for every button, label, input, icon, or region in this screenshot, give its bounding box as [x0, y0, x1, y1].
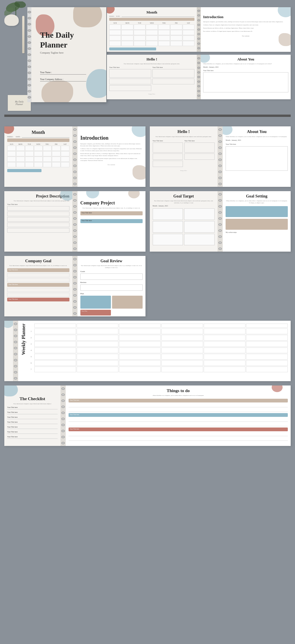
review-box — [80, 284, 143, 291]
cover-fields: Your Name : Your Company Address : — [40, 71, 86, 85]
weekly-head-5 — [204, 324, 245, 328]
image-here-large: Image Here — [153, 170, 215, 171]
cg-line3 — [7, 288, 69, 292]
proj-line1 — [7, 206, 69, 211]
things-bar1: Your Title here — [69, 399, 288, 402]
about-title: About You — [203, 57, 288, 62]
cover-title: The Daily Planner — [40, 30, 74, 50]
plan-tan — [112, 296, 143, 309]
month-bottom-bar — [109, 48, 156, 50]
cover-text-area: The Daily Planner Company Tagline here — [40, 30, 74, 54]
mini-hello-page: Hello ! Esse laboriosam voluptates eaque… — [107, 55, 197, 99]
cl-item-5: Your Title here — [7, 426, 58, 429]
month-grid-large: SUNMONTUEWEDTHUFRISAT — [7, 143, 69, 167]
weekly-row-2: 2 — [29, 335, 288, 341]
intro-note-large: Est ratione — [80, 164, 143, 166]
weekly-title: Weekly Planner — [21, 324, 26, 355]
hello-cols-large: Your Title here Your Title here — [153, 140, 215, 167]
company-goal-title: Company Goal — [7, 259, 69, 263]
hello-small-box2 — [153, 161, 183, 167]
cg-bar1: Your Title here — [7, 268, 69, 272]
company-proj-text: Esse laboriosam voluptates eaque laborio… — [80, 207, 143, 209]
spread-weekly: Weekly Planner 1 — [4, 321, 291, 381]
goal-target-title: Goal Target — [153, 194, 215, 199]
weekly-row-4: 4 — [29, 347, 288, 353]
company-blob-tan — [128, 191, 140, 198]
hello-text-large: Esse laboriosam voluptates eaque laborio… — [153, 136, 215, 138]
wc-1-5 — [204, 328, 245, 334]
weekly-left-blank — [4, 321, 13, 381]
name-field-line — [40, 74, 86, 75]
weekly-blob — [4, 321, 13, 328]
about-large-box — [226, 146, 288, 171]
spread-spiral-1 — [72, 126, 77, 187]
intro-body: Quisquam voluptates, qui doloribus enim,… — [203, 21, 288, 23]
weekly-row-7: 7 — [29, 366, 288, 372]
spread-hello-about: Hello ! Esse laboriosam voluptates eaque… — [150, 126, 291, 187]
hero-area: The Daily Planner Company Tagline here Y… — [4, 4, 291, 108]
goal-month: Month : January, 2021 — [153, 205, 215, 207]
things-bar3: Your Title here — [69, 428, 288, 431]
cl-item-4: Your Title here — [7, 421, 58, 424]
month-date-bar — [109, 18, 194, 21]
wc-1-2 — [77, 328, 118, 334]
cl-item-2: Your Title here — [7, 411, 58, 414]
company-proj-page: Company Project Esse laboriosam voluptat… — [77, 191, 145, 252]
large-hello-page: Hello ! Esse laboriosam voluptates eaque… — [150, 126, 218, 187]
goal-cell-4 — [184, 221, 215, 233]
top-right-spreads: Month WEEKS : DATE : SUNMONTUEWEDTHUFRIS… — [107, 7, 291, 99]
address-field-line — [40, 81, 86, 81]
company-bar2: Your Title here — [80, 219, 143, 223]
intro-blob-tan-large — [133, 165, 145, 180]
blob-tan-top — [73, 7, 102, 27]
goal-cell-3 — [153, 221, 183, 233]
hello-title-large: Hello ! — [153, 129, 215, 134]
intro-blob-tan — [279, 33, 291, 46]
month-title-large: Month — [7, 130, 69, 135]
spread-spiral-3 — [72, 191, 77, 252]
cg-bar3: Your Title here — [7, 298, 69, 301]
cg-line4 — [7, 293, 69, 297]
about-title-large: About You — [226, 129, 288, 134]
mini-spiral-2 — [197, 55, 201, 99]
name-field-label: Your Name : — [40, 71, 86, 74]
goal-target-text: Esse laboriosam voluptates eaque laborio… — [153, 200, 215, 204]
goal-target-grid — [153, 208, 215, 245]
hello-title: Hello ! — [109, 57, 194, 62]
large-month-page: Month WEEKS : DATE : SUNMONTUEWEDTHUFRIS… — [4, 126, 72, 187]
cover-book: The Daily Planner Company Tagline here Y… — [27, 7, 102, 102]
proj-subtitle: Your Title here — [7, 204, 69, 205]
month-bar-large — [7, 138, 69, 142]
company-gap — [80, 217, 143, 219]
weekly-page: Weekly Planner 1 — [18, 321, 291, 381]
goal-cell-2 — [184, 208, 215, 220]
about-box — [203, 72, 288, 92]
weekly-head-2 — [77, 324, 118, 328]
hello-box5 — [152, 79, 194, 84]
about-text: Ullam doloribus eos voluptates, aut ut s… — [203, 63, 288, 65]
wc-1-3 — [119, 328, 161, 334]
spread-spiral-5 — [72, 256, 77, 316]
month-blue-bar — [7, 169, 41, 172]
vase — [4, 14, 19, 26]
hello-box4 — [152, 69, 194, 78]
pen-decoration — [22, 16, 24, 53]
hello-box2 — [109, 79, 151, 84]
mini-spread-2: Hello ! Esse laboriosam voluptates eaque… — [107, 55, 291, 99]
hello-col2-large: Your Title here — [184, 140, 215, 167]
month-calendar-grid: SUNMONTUEWEDTHUFRISAT — [109, 22, 194, 46]
mini-month-page: Month WEEKS : DATE : SUNMONTUEWEDTHUFRIS… — [107, 7, 197, 52]
large-intro-page: Introduction Quisquam voluptates, qui do… — [77, 126, 145, 187]
hello-columns: Your Title here Your Title here — [109, 67, 194, 91]
proj-desc-text: Esse laboriosam voluptates eaque laborio… — [7, 200, 69, 202]
intro-para4: Esse ratione est dolores. Et fugiat ipsu… — [80, 157, 143, 162]
about-col-label: Your Title here — [203, 70, 288, 71]
weekly-row-1: 1 — [29, 328, 288, 334]
month-week-row: WEEKS : DATE : — [109, 16, 194, 17]
month-week-row-large: WEEKS : DATE : — [7, 136, 69, 138]
spread-goal: Goal Target Esse laboriosam voluptates e… — [150, 191, 291, 252]
weekly-header-row — [29, 324, 288, 328]
address-field-label: Your Company Address : — [40, 78, 86, 81]
goal-review-title: Goal Review — [80, 259, 143, 263]
intro-title: Introduction — [203, 15, 288, 19]
